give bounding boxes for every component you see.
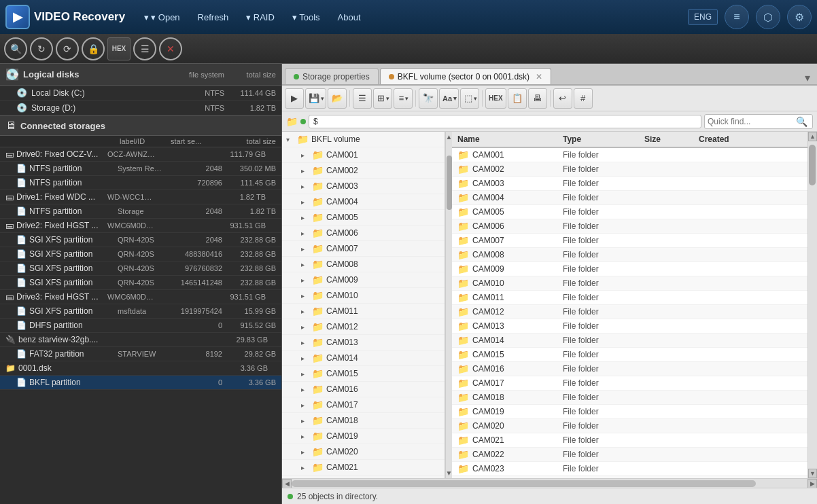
tree-cam006[interactable]: ▸ 📁 CAM006 [282, 226, 445, 241]
tree-cam016[interactable]: ▸ 📁 CAM016 [282, 382, 445, 397]
menu-open[interactable]: ▾ ▾ Open [137, 8, 186, 26]
tree-cam015[interactable]: ▸ 📁 CAM015 [282, 366, 445, 382]
tab-storage-properties[interactable]: Storage properties [285, 68, 379, 84]
xfs-part-3[interactable]: 📄 SGI XFS partition QRN-420S 976760832 2… [0, 262, 281, 276]
tree-cam008[interactable]: ▸ 📁 CAM008 [282, 257, 445, 272]
file-row[interactable]: 📁 CAM007 File folder [452, 234, 807, 248]
file-row[interactable]: 📁 CAM015 File folder [452, 348, 807, 362]
close-tool-btn[interactable]: ✕ [159, 37, 182, 60]
tree-cam018[interactable]: ▸ 📁 CAM018 [282, 413, 445, 429]
tab-dropdown-btn[interactable]: ▾ [801, 71, 814, 84]
folder-rt-btn[interactable]: 📂 [328, 88, 347, 109]
xfs-part-1[interactable]: 📄 SGI XFS partition QRN-420S 2048 232.88… [0, 233, 281, 247]
bkfl-partition[interactable]: 📄 BKFL partition 0 3.36 GB [0, 376, 281, 390]
menu-button[interactable]: ≡ [725, 5, 749, 29]
file-row[interactable]: 📁 CAM018 File folder [452, 391, 807, 405]
hex-tool-btn[interactable]: HEX [107, 37, 131, 60]
select-rt-btn[interactable]: ⬚ ▾ [460, 88, 479, 109]
file-row[interactable]: 📁 CAM014 File folder [452, 334, 807, 348]
file-row[interactable]: 📁 CAM017 File folder [452, 376, 807, 391]
ntfs-part-3[interactable]: 📄 NTFS partition Storage 2048 1.82 TB [0, 204, 281, 219]
usb-device[interactable]: 🔌 benz starview-32gb.... 29.83 GB [0, 333, 281, 347]
tree-cam003[interactable]: ▸ 📁 CAM003 [282, 179, 445, 194]
tree-cam019[interactable]: ▸ 📁 CAM019 [282, 429, 445, 444]
xfs-part-4[interactable]: 📄 SGI XFS partition QRN-420S 1465141248 … [0, 276, 281, 290]
tree-cam005[interactable]: ▸ 📁 CAM005 [282, 210, 445, 226]
ntfs-part-2[interactable]: 📄 NTFS partition 720896 111.45 GB [0, 176, 281, 190]
file-row[interactable]: 📁 CAM008 File folder [452, 248, 807, 262]
col-header-name[interactable]: Name [452, 134, 563, 144]
xfs-part-2[interactable]: 📄 SGI XFS partition QRN-420S 488380416 2… [0, 247, 281, 262]
drive3[interactable]: 🖴 Drive3: Fixed HGST ... WMC6M0D8S... 93… [0, 290, 281, 304]
tree-cam010[interactable]: ▸ 📁 CAM010 [282, 288, 445, 304]
hscroll-right[interactable]: ▶ [807, 479, 817, 488]
hex2-rt-btn[interactable]: HEX [485, 88, 506, 109]
hscroll-track[interactable] [292, 480, 807, 487]
tab-close-btn[interactable]: ✕ [536, 72, 542, 82]
tree-root[interactable]: ▾ 📁 BKFL volume [282, 132, 445, 147]
tree-cam009[interactable]: ▸ 📁 CAM009 [282, 272, 445, 288]
tree-cam014[interactable]: ▸ 📁 CAM014 [282, 350, 445, 366]
bottom-scrollbar[interactable]: ◀ ▶ [282, 478, 817, 488]
tree-cam012[interactable]: ▸ 📁 CAM012 [282, 319, 445, 335]
fat32-part[interactable]: 📄 FAT32 partition STARVIEW 8192 29.82 GB [0, 347, 281, 361]
open-rt-btn[interactable]: ▶ [285, 88, 304, 109]
file-row[interactable]: 📁 CAM019 File folder [452, 405, 807, 419]
list-rt-btn[interactable]: ☰ [353, 88, 372, 109]
save-rt-btn[interactable]: 💾 ▾ [305, 88, 326, 109]
drive0[interactable]: 🖴 Drive0: Fixed OCZ-V... OCZ-AWNZ0F... 1… [0, 147, 281, 162]
details-rt-btn[interactable]: ≡ ▾ [394, 88, 413, 109]
file-row[interactable]: 📁 CAM005 File folder [452, 205, 807, 219]
file-row[interactable]: 📁 CAM001 File folder [452, 148, 807, 162]
file-row[interactable]: 📁 CAM004 File folder [452, 191, 807, 205]
disk-storage-d[interactable]: 💿 Storage (D:) NTFS 1.82 TB [0, 101, 281, 115]
tree-cam002[interactable]: ▸ 📁 CAM002 [282, 163, 445, 179]
settings-button[interactable]: ⚙ [787, 5, 812, 29]
col-header-size[interactable]: Size [644, 134, 699, 144]
tree-scrollbar[interactable]: ▲ ▼ [445, 132, 452, 478]
disk-local-c[interactable]: 💿 Local Disk (C:) NTFS 111.44 GB [0, 86, 281, 101]
grid-rt-btn[interactable]: ⊞ ▾ [373, 88, 392, 109]
tree-scroll-thumb[interactable] [447, 156, 452, 210]
tree-cam001[interactable]: ▸ 📁 CAM001 [282, 147, 445, 163]
font-rt-btn[interactable]: Aa ▾ [439, 88, 459, 109]
tree-cam007[interactable]: ▸ 📁 CAM007 [282, 241, 445, 257]
right-vscroll-thumb[interactable] [809, 145, 816, 185]
tree-cam004[interactable]: ▸ 📁 CAM004 [282, 194, 445, 210]
xfs-part-5[interactable]: 📄 SGI XFS partition msftdata 1919975424 … [0, 304, 281, 319]
tree-cam013[interactable]: ▸ 📁 CAM013 [282, 335, 445, 350]
tree-cam021[interactable]: ▸ 📁 CAM021 [282, 460, 445, 475]
drive2[interactable]: 🖴 Drive2: Fixed HGST ... WMC6M0D99... 93… [0, 219, 281, 233]
binoculars-rt-btn[interactable]: 🔭 [419, 88, 438, 109]
col-header-type[interactable]: Type [563, 134, 644, 144]
scan-tool-btn[interactable]: ↻ [30, 37, 53, 60]
file-row[interactable]: 📁 CAM012 File folder [452, 305, 807, 319]
lock-tool-btn[interactable]: 🔒 [82, 37, 105, 60]
file-row[interactable]: 📁 CAM002 File folder [452, 162, 807, 177]
file-row[interactable]: 📁 CAM009 File folder [452, 262, 807, 276]
right-vscroll-track[interactable] [808, 141, 817, 469]
hscroll-thumb[interactable] [292, 480, 756, 487]
ntfs-part-1[interactable]: 📄 NTFS partition System Reser... 2048 35… [0, 162, 281, 176]
tree-cam017[interactable]: ▸ 📁 CAM017 [282, 397, 445, 413]
menu-about[interactable]: About [331, 8, 368, 26]
tab-bkfl-volume[interactable]: BKFL volume (sector 0 on 0001.dsk) ✕ [380, 68, 551, 84]
menu-tools[interactable]: ▾ Tools [285, 8, 327, 26]
copy-rt-btn[interactable]: 📋 [508, 88, 527, 109]
search-btn[interactable]: 🔍 [796, 116, 807, 127]
list-tool-btn[interactable]: ☰ [133, 37, 156, 60]
file-row[interactable]: 📁 CAM003 File folder [452, 177, 807, 191]
menu-raid[interactable]: ▾ RAID [239, 8, 281, 26]
menu-refresh[interactable]: Refresh [191, 8, 236, 26]
right-vscroll-up[interactable]: ▲ [808, 132, 817, 141]
dhfs-part[interactable]: 📄 DHFS partition 0 915.52 GB [0, 319, 281, 333]
undo-rt-btn[interactable]: ↩ [553, 88, 572, 109]
file-row[interactable]: 📁 CAM011 File folder [452, 291, 807, 305]
file-row[interactable]: 📁 CAM022 File folder [452, 448, 807, 462]
col-header-created[interactable]: Created [699, 134, 807, 144]
file-row[interactable]: 📁 CAM023 File folder [452, 462, 807, 476]
print-rt-btn[interactable]: 🖶 [528, 88, 547, 109]
hscroll-left[interactable]: ◀ [282, 479, 292, 488]
file-row[interactable]: 📁 CAM020 File folder [452, 419, 807, 433]
tree-cam011[interactable]: ▸ 📁 CAM011 [282, 304, 445, 319]
